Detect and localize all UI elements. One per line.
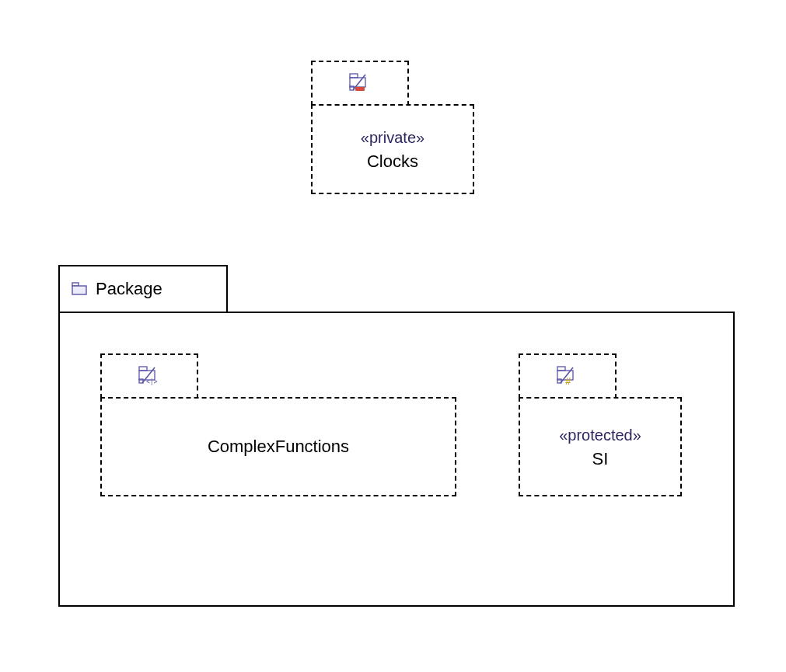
svg-rect-6 <box>72 286 86 294</box>
svg-rect-7 <box>139 367 147 371</box>
diagram-canvas: «private» Clocks Package <|> <box>0 0 786 672</box>
package-tab-clocks[interactable] <box>311 61 409 106</box>
package-tab-complexfunctions[interactable]: <|> <box>100 353 198 399</box>
svg-rect-1 <box>350 78 365 87</box>
folder-icon <box>71 281 89 297</box>
svg-text:#: # <box>565 375 571 386</box>
package-name-label: SI <box>592 447 609 472</box>
protected-package-icon: # <box>556 366 579 386</box>
public-package-icon: <|> <box>138 366 161 386</box>
package-tab-container[interactable]: Package <box>58 265 228 313</box>
svg-text:<|>: <|> <box>146 378 158 385</box>
stereotype-label: «protected» <box>559 423 641 447</box>
stereotype-label: «private» <box>361 125 424 150</box>
package-tab-si[interactable]: # <box>519 353 617 399</box>
package-body-complexfunctions[interactable]: ComplexFunctions <box>100 397 456 496</box>
package-body-clocks[interactable]: «private» Clocks <box>311 104 474 194</box>
package-name-label: Clocks <box>367 150 418 174</box>
package-name-label: ComplexFunctions <box>208 435 349 459</box>
package-body-container[interactable]: <|> ComplexFunctions # <box>58 312 735 607</box>
container-title-label: Package <box>89 279 162 299</box>
svg-rect-4 <box>355 87 365 91</box>
package-body-si[interactable]: «protected» SI <box>519 397 682 496</box>
svg-rect-12 <box>557 367 565 371</box>
svg-rect-0 <box>350 74 358 78</box>
private-package-icon <box>348 73 372 93</box>
